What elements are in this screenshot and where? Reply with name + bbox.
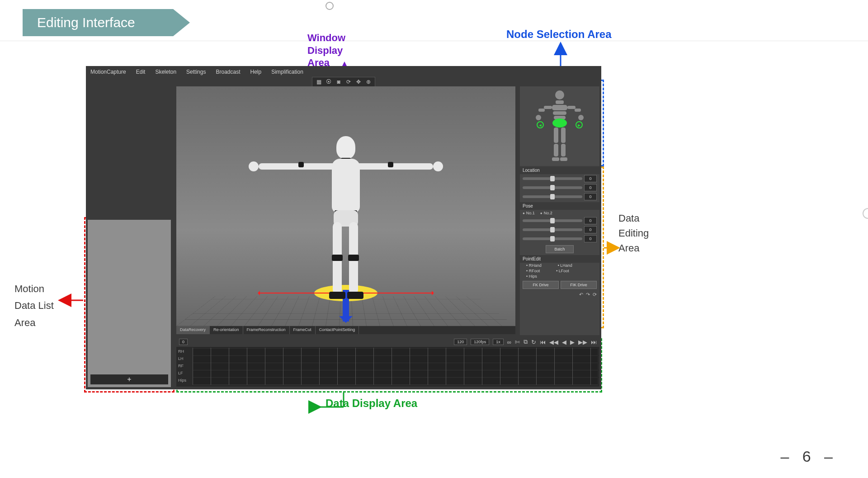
menu-help[interactable]: Help [250,69,262,75]
timeline[interactable]: 0 120 120fps 1x ∞ ✄ ⧉ ↻ ⏮ ◀◀ ◀ ▶ ▶▶ ⏭ RH… [176,337,599,387]
location-x-row[interactable]: 0 [520,174,599,183]
camera-icon[interactable]: ◙ [335,78,342,85]
bottom-tabs: DataRecovery Re-orientation FrameReconst… [176,326,515,334]
copy-icon[interactable]: ⧉ [524,338,528,345]
timeline-end-frame[interactable]: 120 [454,339,467,345]
link-icon[interactable]: ∞ [507,339,511,345]
svg-rect-8 [556,100,564,104]
annotation-motion-list: Motion Data List Area [14,280,54,331]
location-y-row[interactable]: 0 [520,183,599,192]
svg-rect-19 [561,128,566,143]
motion-data-list[interactable]: + [88,220,171,387]
pose-z-row[interactable]: 0 [520,234,599,243]
viewport-toolbar: ▦ ⦿ ◙ ⟳ ✥ ⊕ [312,77,375,87]
timeline-fps[interactable]: 120fps [471,339,489,345]
track-label-lf: LF [178,369,186,377]
deco-halfcircle-icon [863,208,868,219]
annotation-data-editing: Data Editing Area [618,211,649,256]
svg-rect-22 [552,157,559,161]
record-icon[interactable]: ⦿ [325,78,332,85]
right-panel: ◄ ► Location 0 0 0 Pose No.1 No.2 0 0 [520,86,599,335]
sync-icon[interactable]: ⟳ [593,292,597,298]
grid-icon[interactable]: ▦ [315,78,322,85]
step-back-icon[interactable]: ◀◀ [549,339,558,345]
track-label-hips: Hips [178,377,186,384]
annotation-data-display: Data Display Area [326,397,417,410]
node-nav-right-icon: ► [577,123,581,128]
add-motion-button[interactable]: + [90,374,168,384]
pointedit-grid: RHand LHand RFoot LFoot Hips [520,263,599,279]
slide-divider [0,41,868,41]
pointedit-hips[interactable]: Hips [523,274,541,279]
pose-option-1[interactable]: No.1 [523,211,535,215]
svg-point-24 [552,118,567,128]
step-forward-icon[interactable]: ▶▶ [578,339,587,345]
svg-rect-10 [553,111,566,115]
fik-drive-button[interactable]: FIK Drive [561,281,597,289]
fk-drive-button[interactable]: FK Drive [523,281,559,289]
menu-edit[interactable]: Edit [136,69,146,75]
location-z-row[interactable]: 0 [520,192,599,201]
node-nav-left-icon: ◄ [538,123,542,128]
pointedit-lhand[interactable]: LHand [554,263,576,268]
page-number: – 6 – [780,448,837,465]
refresh-icon[interactable]: ⟳ [345,78,352,85]
location-x-value[interactable]: 0 [584,175,597,182]
tab-contactpointsetting[interactable]: ContactPointSetting [316,326,359,334]
pose-x-value[interactable]: 0 [584,217,597,224]
menu-broadcast[interactable]: Broadcast [216,69,240,75]
redo-icon[interactable]: ↷ [586,292,590,298]
svg-point-17 [578,115,584,120]
location-z-value[interactable]: 0 [584,193,597,200]
pointedit-lfoot[interactable]: LFoot [552,268,573,274]
pose-x-row[interactable]: 0 [520,216,599,225]
tab-reorientation[interactable]: Re-orientation [210,326,243,334]
tab-framereconstruction[interactable]: FrameReconstruction [243,326,290,334]
forward-end-icon[interactable]: ⏭ [591,339,597,345]
svg-rect-13 [567,106,576,109]
pose-y-row[interactable]: 0 [520,225,599,234]
menu-settings[interactable]: Settings [186,69,206,75]
node-selection-figure[interactable]: ◄ ► [520,86,599,166]
cut-icon[interactable]: ✄ [515,339,520,345]
menu-skeleton[interactable]: Skeleton [155,69,176,75]
deco-ring-icon [326,2,334,10]
rewind-start-icon[interactable]: ⏮ [540,339,546,345]
timeline-start-frame[interactable]: 0 [179,339,188,345]
menu-simplification[interactable]: Simplification [271,69,303,75]
undo-icon[interactable]: ↶ [579,292,583,298]
batch-button[interactable]: Batch [546,245,574,253]
move-icon[interactable]: ✥ [355,78,362,85]
pose-z-value[interactable]: 0 [584,235,597,242]
pose-y-value[interactable]: 0 [584,226,597,233]
target-icon[interactable]: ⊕ [365,78,372,85]
svg-rect-20 [554,144,558,156]
loop-icon[interactable]: ↻ [531,339,536,345]
svg-rect-15 [575,109,581,112]
play-icon[interactable]: ▶ [570,339,575,345]
svg-rect-18 [554,128,558,143]
pose-section-header: Pose [520,202,599,210]
pose-option-2[interactable]: No.2 [540,211,552,215]
slide-title: Editing Interface [37,15,135,30]
track-label-rh: RH [178,348,186,355]
svg-point-7 [555,90,564,99]
timeline-speed[interactable]: 1x [493,339,504,345]
location-section-header: Location [520,166,599,174]
svg-point-16 [536,115,541,120]
menubar: MotionCapture Edit Skeleton Settings Bro… [90,69,303,75]
timeline-tracks[interactable] [193,348,598,385]
svg-rect-14 [538,109,545,112]
pose-radio-group[interactable]: No.1 No.2 [520,210,599,216]
tab-datarecovery[interactable]: DataRecovery [176,326,210,334]
location-y-value[interactable]: 0 [584,184,597,191]
svg-rect-9 [552,105,567,110]
pointedit-rfoot[interactable]: RFoot [523,268,543,274]
menu-motioncapture[interactable]: MotionCapture [90,69,126,75]
svg-rect-21 [561,144,566,156]
play-back-icon[interactable]: ◀ [562,339,566,345]
viewport-3d[interactable] [176,86,515,326]
tab-framecut[interactable]: FrameCut [290,326,316,334]
pointedit-rhand[interactable]: RHand [523,263,545,268]
timeline-toolbar: 0 120 120fps 1x ∞ ✄ ⧉ ↻ ⏮ ◀◀ ◀ ▶ ▶▶ ⏭ [176,337,599,347]
